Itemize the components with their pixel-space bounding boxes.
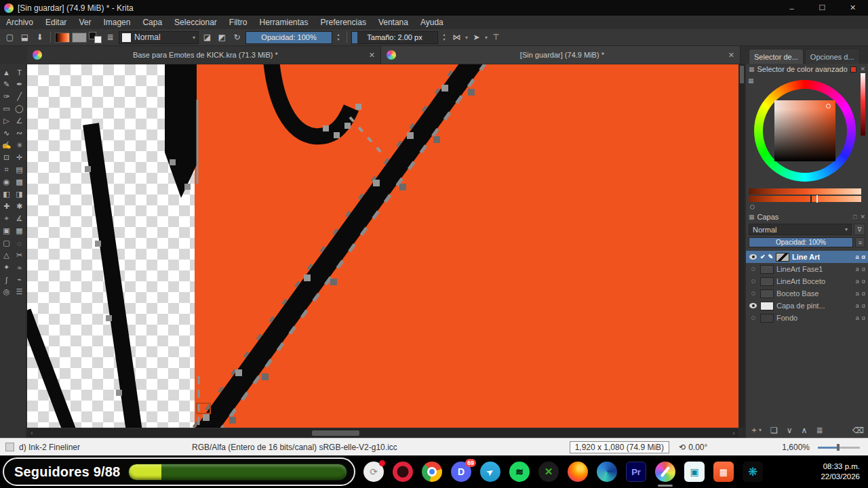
menu-editar[interactable]: Editar bbox=[39, 16, 73, 29]
lock-icon[interactable]: a bbox=[856, 302, 859, 309]
tool-color-sampler[interactable]: ◉ bbox=[0, 176, 13, 188]
opacity-spinner[interactable]: ▴ ▾ bbox=[334, 31, 342, 44]
layer-options-button[interactable]: ≡ bbox=[855, 237, 865, 247]
tool-rectangle[interactable]: ▭ bbox=[0, 103, 13, 115]
tool-poly-select[interactable]: △ bbox=[0, 249, 13, 261]
tool-crop[interactable]: ⌗ bbox=[0, 164, 13, 176]
brush-blending-select[interactable]: Normal ▾ bbox=[119, 31, 199, 44]
layer-thumbnail[interactable] bbox=[760, 314, 774, 323]
tool-enclose-fill[interactable]: ◨ bbox=[13, 188, 26, 200]
tool-pattern-edit[interactable]: ▩ bbox=[13, 176, 26, 188]
menu-seleccionar[interactable]: Seleccionar bbox=[168, 16, 223, 29]
telegram-app-icon[interactable]: ➤ bbox=[480, 462, 500, 482]
tool-move[interactable]: ✛ bbox=[13, 152, 26, 163]
current-color-swatch[interactable] bbox=[850, 66, 856, 73]
menu-herramientas[interactable]: Herramientas bbox=[253, 16, 314, 29]
layer-thumbnail[interactable] bbox=[760, 277, 774, 286]
reload-preset-button[interactable]: ↻ bbox=[231, 31, 243, 44]
selector-settings-icon[interactable]: ▦ bbox=[748, 77, 754, 84]
visibility-icon[interactable] bbox=[749, 316, 757, 320]
close-tab-icon[interactable]: ✕ bbox=[369, 51, 375, 60]
mirror-horizontal-toggle[interactable]: ⋈ bbox=[450, 31, 463, 44]
xbox-app-icon[interactable]: ✕ bbox=[538, 462, 559, 482]
layer-thumbnail[interactable] bbox=[776, 253, 789, 262]
calendar-app-icon[interactable]: ▦ bbox=[713, 462, 734, 482]
menu-ayuda[interactable]: Ayuda bbox=[414, 16, 450, 29]
layer-thumbnail[interactable] bbox=[760, 302, 774, 310]
layer-row-boceto-base[interactable]: Boceto Base aα bbox=[746, 287, 868, 300]
firefox-app-icon[interactable] bbox=[568, 462, 588, 482]
menu-imagen[interactable]: Imagen bbox=[97, 16, 136, 29]
visibility-icon[interactable] bbox=[749, 267, 757, 271]
delete-layer-button[interactable]: ⌫ bbox=[852, 426, 864, 435]
layer-row-lineart-fase1[interactable]: LineArt Fase1 aα bbox=[746, 263, 868, 275]
chevron-down-icon[interactable]: ▾ bbox=[465, 35, 468, 41]
tool-pan[interactable]: ☰ bbox=[13, 286, 26, 298]
saturation-value-square[interactable] bbox=[774, 100, 835, 161]
save-document-icon[interactable]: ⬇ bbox=[33, 31, 46, 44]
alpha-icon[interactable]: α bbox=[862, 290, 865, 297]
doc-tab-sin-guardar[interactable]: [Sin guardar] (74.9 MiB) * ✕ bbox=[381, 46, 741, 64]
opera-gx-app-icon[interactable] bbox=[393, 462, 413, 482]
tool-similar-select[interactable]: ≈ bbox=[13, 262, 26, 273]
open-document-icon[interactable]: ⬓ bbox=[18, 31, 31, 44]
tool-ellipse[interactable]: ◯ bbox=[13, 103, 26, 115]
opacity-slider[interactable]: Opacidad: 100% bbox=[245, 31, 332, 44]
tool-magnetic-select[interactable]: ⌁ bbox=[13, 274, 26, 285]
close-docker-icon[interactable]: ✕ bbox=[860, 214, 865, 220]
brush-presets-icon[interactable]: ≣ bbox=[104, 31, 117, 44]
recorder-app-icon[interactable]: ⟳ bbox=[363, 462, 384, 482]
taskbar-clock[interactable]: 08:33 p.m. 22/03/2026 bbox=[821, 462, 868, 482]
layer-row-capa-de-pintura[interactable]: Capa de pint... aα bbox=[746, 300, 868, 312]
visibility-icon[interactable] bbox=[749, 279, 757, 283]
alpha-icon[interactable]: α bbox=[862, 266, 865, 272]
tool-contiguous-select[interactable]: ✦ bbox=[0, 262, 13, 273]
canvas-rotation[interactable]: ⟲ 0.00° bbox=[679, 443, 707, 452]
tool-multibrush[interactable]: ✳ bbox=[13, 140, 26, 151]
spotify-app-icon[interactable]: ≋ bbox=[509, 462, 530, 482]
layer-blend-mode-select[interactable]: Normal ▾ bbox=[749, 224, 852, 235]
close-tab-icon[interactable]: ✕ bbox=[728, 51, 734, 60]
tool-freehand-path[interactable]: ∾ bbox=[13, 127, 26, 139]
lock-icon[interactable]: a bbox=[856, 314, 859, 321]
menu-preferencias[interactable]: Preferencias bbox=[315, 16, 372, 29]
tool-patch[interactable]: ▦ bbox=[13, 225, 26, 237]
tool-smart-patch[interactable]: ✚ bbox=[0, 201, 13, 212]
tool-colorize-mask[interactable]: ✱ bbox=[13, 201, 26, 212]
size-spinner[interactable]: ▴ ▾ bbox=[440, 31, 448, 44]
canvas[interactable] bbox=[27, 64, 738, 428]
layer-row-line-art[interactable]: ✔ ✎ Line Art aα bbox=[746, 251, 868, 263]
alpha-icon[interactable]: α bbox=[862, 302, 865, 309]
canvas-horizontal-scrollbar[interactable]: ‹ › bbox=[27, 429, 738, 437]
tool-polygon[interactable]: ▷ bbox=[0, 115, 13, 127]
duplicate-layer-button[interactable]: ❏ bbox=[770, 426, 778, 435]
krita-app-icon[interactable] bbox=[655, 462, 675, 482]
chevron-down-icon[interactable]: ▾ bbox=[485, 35, 488, 41]
tool-edit-shapes[interactable]: ✎ bbox=[0, 79, 13, 90]
tool-ellipse-select[interactable]: ◌ bbox=[13, 237, 26, 249]
eraser-toggle[interactable]: ◪ bbox=[201, 31, 214, 44]
tool-dynamic-brush[interactable]: ✍ bbox=[0, 140, 13, 151]
layer-thumbnail[interactable] bbox=[760, 289, 774, 298]
image-dimensions[interactable]: 1,920 x 1,080 (74.9 MiB) bbox=[570, 441, 669, 453]
lock-icon[interactable]: a bbox=[856, 278, 859, 285]
tool-bezier-select[interactable]: ∫ bbox=[0, 274, 13, 285]
tool-freehand-select[interactable]: ✂ bbox=[13, 249, 26, 261]
lock-icon[interactable]: a bbox=[856, 266, 859, 272]
fg-bg-color-selector[interactable] bbox=[89, 32, 102, 43]
visibility-icon[interactable] bbox=[749, 303, 757, 308]
lock-icon[interactable]: a bbox=[856, 290, 859, 297]
shade-selector-strip-1[interactable] bbox=[749, 188, 861, 195]
edge-app-icon[interactable] bbox=[597, 462, 617, 482]
tool-text[interactable]: T bbox=[13, 66, 26, 78]
visibility-icon[interactable] bbox=[749, 291, 757, 296]
alpha-icon[interactable]: α bbox=[861, 253, 865, 260]
layer-row-fondo[interactable]: Fondo aα bbox=[746, 312, 868, 324]
color-wheel[interactable] bbox=[754, 80, 856, 182]
panel-tab-selector[interactable]: Selector de... bbox=[749, 49, 804, 64]
close-button[interactable]: ✕ bbox=[837, 0, 868, 16]
minimize-button[interactable]: – bbox=[776, 0, 807, 16]
shade-settings-dot[interactable] bbox=[750, 205, 755, 209]
tool-gradient[interactable]: ▤ bbox=[13, 164, 26, 176]
alpha-icon[interactable]: α bbox=[862, 314, 865, 321]
